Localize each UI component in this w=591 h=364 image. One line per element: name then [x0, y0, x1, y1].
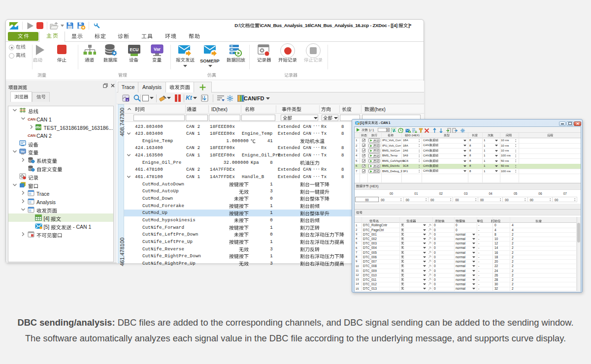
svg-text:CAN: CAN: [28, 133, 35, 138]
svg-text:ECU: ECU: [130, 47, 139, 52]
svg-text:Var: Var: [21, 150, 25, 152]
svg-text:dbc: dbc: [35, 125, 41, 129]
svg-text:Var: Var: [154, 47, 161, 52]
svg-text:CAN: CAN: [28, 117, 35, 121]
